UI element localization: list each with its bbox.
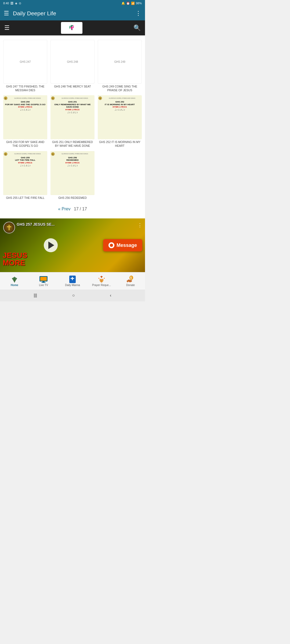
status-battery: 98% <box>136 2 142 5</box>
hymn-title-250: GHS 250 FOR MY SAKE AND THE GOSPEL'S GO <box>3 140 47 148</box>
svg-rect-17 <box>41 282 46 283</box>
menu-icon[interactable]: ☰ <box>4 10 9 17</box>
nav-label-prayer: Prayer Reque... <box>92 284 111 287</box>
status-left: 8:40 🖼 ◈ ⊙ <box>3 2 21 5</box>
hymn-thumb-252: G GLORIOUS GOSPEL HYMNS AND SONGS GHS 25… <box>98 95 142 139</box>
nav-label-manna: Daily Manna <box>65 284 80 287</box>
hymn-title-249: GHS 249 COME SING THE PRAISE OF JESUS <box>98 85 142 92</box>
manna-icon <box>68 276 77 283</box>
svg-point-1 <box>71 25 73 27</box>
app-bar: ☰ Daily Deeper Life ⋮ <box>0 6 145 20</box>
video-more-button[interactable]: ⋮ <box>137 222 142 228</box>
hymn-grid: GHS 247 GHS 247 'TIS FINISHED, THE MESSI… <box>1 38 144 202</box>
main-content: GHS 247 GHS 247 'TIS FINISHED, THE MESSI… <box>0 35 145 218</box>
prev-page-link[interactable]: « Prev <box>58 207 70 211</box>
status-nav-icon: ◈ <box>15 2 17 5</box>
home-button[interactable]: ○ <box>72 293 75 298</box>
status-instagram-icon: ⊙ <box>19 2 21 5</box>
status-bar: 8:40 🖼 ◈ ⊙ 🔔 ⏰ 📶 98% <box>0 0 145 6</box>
status-right: 🔔 ⏰ 📶 98% <box>121 2 142 5</box>
hymn-thumb-248: GHS 248 <box>50 40 95 84</box>
hymn-title-247: GHS 247 'TIS FINISHED, THE MESSIAH DIES <box>3 85 47 92</box>
app-logo[interactable] <box>61 22 82 34</box>
hymn-title-252: GHS 252 IT IS MORNING IN MY HEART <box>98 140 142 148</box>
secondary-bar: ☰ 🔍 <box>0 20 145 35</box>
pagination: « Prev 17 / 17 <box>1 202 144 216</box>
svg-text:G: G <box>100 97 101 99</box>
nav-label-donate: Donate <box>126 284 135 287</box>
prayer-icon: ✦ ✦ <box>97 276 106 283</box>
nav-label-home: Home <box>11 284 18 287</box>
video-overlay-text: JESUSMORE <box>3 252 27 267</box>
hymn-thumb-255: G GLORIOUS GOSPEL HYMNS AND SONGS GHS 25… <box>3 151 47 195</box>
video-container[interactable]: GHS 257 JESUS SE... ⋮ JESUSMORE Message <box>0 218 145 272</box>
play-button[interactable] <box>44 238 58 252</box>
svg-text:G: G <box>52 153 54 155</box>
message-bubble-icon <box>108 242 114 248</box>
back-button[interactable]: ‹ <box>110 293 111 298</box>
hymn-card-255[interactable]: G GLORIOUS GOSPEL HYMNS AND SONGS GHS 25… <box>2 150 48 201</box>
nav-item-home[interactable]: Home <box>0 276 29 287</box>
page-info: 17 / 17 <box>74 207 87 211</box>
svg-rect-16 <box>42 281 45 282</box>
svg-text:✦: ✦ <box>103 277 105 280</box>
hymn-card-empty <box>97 150 143 201</box>
hymn-title-248: GHS 248 THE MERCY SEAT <box>54 85 91 89</box>
status-alarm-icon: 🔔 <box>121 2 125 5</box>
hymn-card-256[interactable]: G GLORIOUS GOSPEL HYMNS AND SONGS GHS 25… <box>49 150 96 201</box>
nav-label-livetv: Live TV <box>39 284 48 287</box>
hymn-card-249[interactable]: GHS 249 GHS 249 COME SING THE PRAISE OF … <box>97 39 143 93</box>
status-clock-icon: ⏰ <box>126 2 130 5</box>
hymn-card-251[interactable]: G GLORIOUS GOSPEL HYMNS AND SONGS GHS 25… <box>49 94 96 149</box>
video-title: GHS 257 JESUS SE... <box>17 222 55 226</box>
status-wifi-icon: 📶 <box>131 2 135 5</box>
hymn-title-255: GHS 255 LET THE FIRE FALL <box>6 196 44 200</box>
nav-item-livetv[interactable]: Live TV <box>29 276 58 287</box>
app-title: Daily Deeper Life <box>13 10 135 17</box>
hymn-thumb-247: GHS 247 <box>3 40 47 84</box>
svg-rect-20 <box>71 278 74 279</box>
more-options-icon[interactable]: ⋮ <box>135 10 141 17</box>
nav-item-manna[interactable]: Daily Manna <box>58 276 87 287</box>
play-triangle-icon <box>48 241 54 249</box>
status-photo-icon: 🖼 <box>10 2 13 5</box>
home-icon <box>10 276 19 283</box>
svg-rect-12 <box>9 225 10 230</box>
hymn-thumb-256: G GLORIOUS GOSPEL HYMNS AND SONGS GHS 25… <box>50 151 95 195</box>
livetv-icon <box>39 276 48 283</box>
svg-text:G: G <box>5 97 6 99</box>
hymn-card-252[interactable]: G GLORIOUS GOSPEL HYMNS AND SONGS GHS 25… <box>97 94 143 149</box>
recent-apps-button[interactable]: ||| <box>34 293 37 298</box>
nav-item-prayer[interactable]: ✦ ✦ Prayer Reque... <box>87 276 116 287</box>
search-icon[interactable]: 🔍 <box>133 24 141 31</box>
hymn-thumb-250: G GLORIOUS GOSPEL HYMNS AND SONGS GHS 25… <box>3 95 47 139</box>
nav-item-donate[interactable]: $ Donate <box>116 276 145 287</box>
svg-text:G: G <box>52 97 54 99</box>
hymn-title-251: GHS 251 ONLY REMEMBERED BY WHAT WE HAVE … <box>50 140 95 148</box>
hymn-thumb-249: GHS 249 <box>98 40 142 84</box>
donate-icon: $ <box>126 276 135 283</box>
svg-text:$: $ <box>130 276 132 279</box>
hymn-card-247[interactable]: GHS 247 GHS 247 'TIS FINISHED, THE MESSI… <box>2 39 48 93</box>
svg-rect-15 <box>40 277 47 281</box>
bottom-nav: Home Live TV Daily Manna <box>0 272 145 290</box>
hymn-card-248[interactable]: GHS 248 GHS 248 THE MERCY SEAT <box>49 39 96 93</box>
hymn-card-250[interactable]: G GLORIOUS GOSPEL HYMNS AND SONGS GHS 25… <box>2 94 48 149</box>
hymn-thumb-251: G GLORIOUS GOSPEL HYMNS AND SONGS GHS 25… <box>50 95 95 139</box>
video-bg: GHS 257 JESUS SE... ⋮ JESUSMORE Message <box>0 218 145 272</box>
secondary-menu-icon[interactable]: ☰ <box>4 24 10 31</box>
channel-logo <box>3 222 15 233</box>
svg-text:G: G <box>5 153 6 155</box>
message-label: Message <box>117 243 137 248</box>
status-time: 8:40 <box>3 2 9 5</box>
svg-rect-13 <box>7 226 11 227</box>
hymn-title-256: GHS 256 REDEEMED <box>58 196 87 200</box>
android-nav-bar: ||| ○ ‹ <box>0 290 145 301</box>
message-button[interactable]: Message <box>103 239 142 251</box>
logo-svg <box>66 23 78 33</box>
